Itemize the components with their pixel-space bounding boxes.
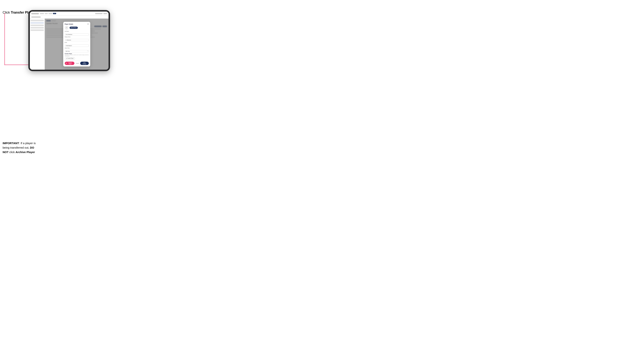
- save-changes-button[interactable]: Save Changes: [80, 62, 88, 65]
- app-content: Update Roster Pla: [30, 19, 108, 70]
- instruction-prefix: Click: [2, 11, 11, 14]
- email-label: Email: [65, 42, 89, 43]
- sidebar-item-2-selected: [30, 22, 44, 24]
- sidebar-item-1: [30, 20, 44, 21]
- app-sidebar: [30, 19, 45, 70]
- upload-photo-button[interactable]: Upload Photo: [70, 27, 78, 29]
- school-year-select-wrapper: Sixth Year First Year Second Year Third …: [65, 49, 89, 53]
- important-label: IMPORTANT: [2, 142, 19, 145]
- display-name-label: Display Name: [65, 36, 89, 37]
- app-main: Update Roster Pla: [45, 19, 108, 70]
- nav-item-rosters[interactable]: [48, 13, 52, 14]
- nav-item-more[interactable]: More: [53, 13, 56, 14]
- instruction-text2: click: [8, 151, 16, 154]
- sidebar-item-4: [30, 27, 44, 28]
- ipad-screen: More: [30, 11, 108, 70]
- header-user-info: [95, 13, 102, 14]
- school-year-select[interactable]: Sixth Year First Year Second Year Third …: [65, 50, 89, 52]
- transfer-btn-label: Transfer Player: [67, 58, 74, 59]
- nav-item-dashboard[interactable]: [40, 13, 44, 14]
- transfer-icon: ⟳: [66, 58, 67, 59]
- ipad-device: More: [28, 10, 110, 71]
- player-details-modal: Player Details ✕: [63, 22, 90, 66]
- sidebar-item-3: [30, 24, 44, 26]
- modal-title: Player Details: [65, 23, 73, 25]
- header-right: [95, 13, 107, 14]
- bottom-instruction: IMPORTANT: If a player is being transfer…: [2, 141, 36, 154]
- archive-btn-label: Archive Player: [67, 62, 73, 64]
- modal-header: Player Details ✕: [65, 23, 89, 25]
- transfer-player-button[interactable]: ⟳ Transfer Player: [65, 57, 75, 60]
- archive-player-button[interactable]: ⊘ Archive Player: [65, 62, 74, 65]
- modal-overlay: Player Details ✕: [45, 19, 108, 70]
- sidebar-item-5: [30, 29, 44, 31]
- full-name-label: Full Name: [65, 31, 89, 32]
- archive-icon: ⊘: [66, 63, 67, 64]
- app-subheader: [30, 16, 108, 19]
- avatar: [65, 26, 68, 30]
- close-button[interactable]: ✕: [87, 23, 89, 25]
- modal-footer: ⊘ Archive Player Cancel Save Changes: [65, 60, 89, 65]
- transfer-section-desc: If this player has moved to another scho…: [65, 54, 89, 56]
- full-name-input[interactable]: [65, 33, 89, 35]
- app-nav: More: [40, 13, 56, 14]
- display-name-input[interactable]: [65, 39, 89, 41]
- email-input[interactable]: [65, 44, 89, 47]
- svg-point-0: [66, 27, 67, 28]
- nav-item-teams[interactable]: [45, 13, 48, 14]
- app-header: More: [30, 11, 108, 16]
- annotation-vertical-line: [4, 13, 5, 65]
- cancel-button[interactable]: Cancel: [75, 62, 80, 64]
- header-action: [103, 13, 107, 14]
- photo-section: Upload Photo: [65, 26, 89, 30]
- breadcrumb: [31, 16, 41, 17]
- archive-player-label: Archive Player: [16, 151, 35, 154]
- app-logo: [31, 13, 39, 14]
- school-year-label: School Year: [65, 47, 89, 49]
- transfer-section-title: Transfer Player: [65, 53, 89, 54]
